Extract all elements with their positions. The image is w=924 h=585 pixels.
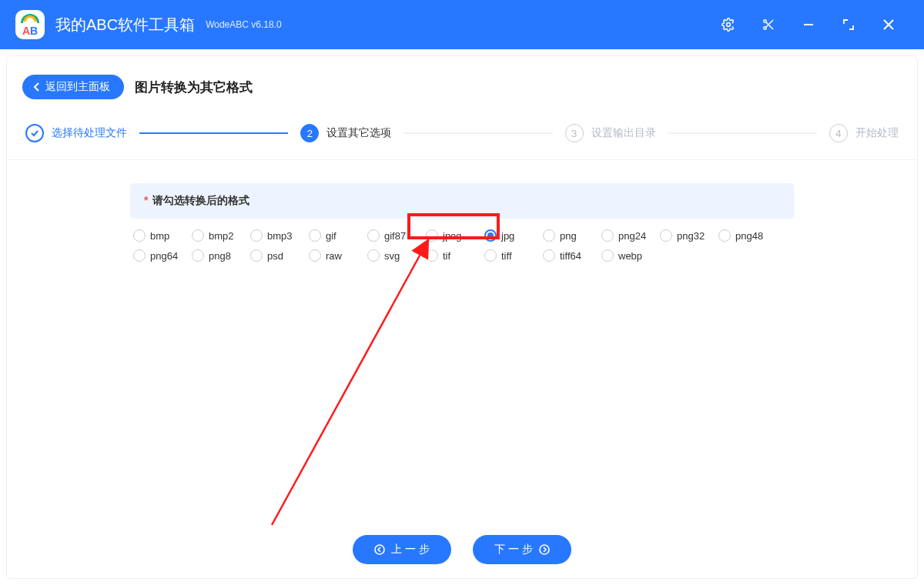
format-radio-label: bmp (150, 230, 169, 242)
svg-point-9 (540, 545, 549, 554)
format-radio-svg[interactable]: svg (367, 249, 426, 262)
radio-icon (426, 249, 438, 262)
scissors-icon[interactable] (748, 0, 788, 49)
format-radio-bmp2[interactable]: bmp2 (192, 229, 250, 242)
format-radio-png48[interactable]: png48 (718, 229, 777, 242)
radio-icon (367, 229, 380, 242)
radio-icon (192, 229, 204, 242)
step-label: 开始处理 (855, 126, 899, 140)
format-radio-label: raw (326, 250, 342, 262)
svg-point-2 (764, 27, 766, 29)
next-button-label: 下 一 步 (494, 543, 533, 557)
format-radio-label: psd (267, 250, 283, 262)
format-radio-png8[interactable]: png8 (192, 249, 250, 262)
back-button-label: 返回到主面板 (45, 80, 110, 94)
maximize-icon[interactable] (829, 0, 869, 49)
titlebar: AB 我的ABC软件工具箱 WodeABC v6.18.0 (0, 0, 924, 49)
radio-icon (426, 229, 438, 242)
radio-icon (718, 229, 731, 242)
format-radio-tiff[interactable]: tiff (484, 249, 543, 262)
svg-point-1 (764, 20, 766, 22)
format-options: bmpbmp2bmp3gifgif87jpegjpgpngpng24png32p… (130, 219, 794, 265)
step-2: 2 设置其它选项 (300, 124, 391, 142)
step-connector (668, 132, 817, 134)
radio-icon (543, 229, 555, 242)
format-radio-png64[interactable]: png64 (133, 249, 192, 262)
next-button[interactable]: 下 一 步 (473, 535, 571, 564)
format-radio-psd[interactable]: psd (250, 249, 309, 262)
page-card: 返回到主面板 图片转换为其它格式 选择待处理文件 2 设置其它选项 3 设置输出… (6, 55, 918, 579)
radio-icon (309, 249, 321, 262)
prev-button[interactable]: 上 一 步 (353, 535, 451, 564)
format-radio-jpeg[interactable]: jpeg (426, 229, 484, 242)
radio-icon (192, 249, 204, 262)
format-radio-label: tif (443, 250, 450, 262)
step-number-icon: 3 (565, 124, 584, 142)
radio-icon (543, 249, 555, 262)
radio-icon (250, 249, 263, 262)
radio-icon (601, 249, 614, 262)
content-area: * 请勾选转换后的格式 bmpbmp2bmp3gifgif87jpegjpgpn… (7, 160, 917, 265)
format-radio-label: bmp3 (267, 230, 293, 242)
radio-icon (484, 229, 497, 242)
format-radio-png32[interactable]: png32 (660, 229, 718, 242)
svg-point-0 (727, 23, 731, 27)
app-logo: AB (15, 10, 45, 39)
format-radio-gif[interactable]: gif (309, 229, 367, 242)
radio-icon (250, 229, 263, 242)
format-radio-webp[interactable]: webp (601, 249, 660, 262)
radio-icon (133, 229, 146, 242)
page-title: 图片转换为其它格式 (135, 79, 253, 96)
app-version: WodeABC v6.18.0 (206, 19, 282, 30)
settings-icon[interactable] (708, 0, 748, 49)
step-1: 选择待处理文件 (25, 124, 127, 142)
format-radio-png24[interactable]: png24 (601, 229, 660, 242)
section-title: 请勾选转换后的格式 (152, 194, 249, 206)
format-radio-label: tiff64 (560, 250, 581, 262)
step-label: 设置输出目录 (591, 126, 656, 140)
prev-button-label: 上 一 步 (391, 543, 430, 557)
minimize-icon[interactable] (788, 0, 829, 49)
step-4: 4 开始处理 (829, 124, 899, 142)
step-3: 3 设置输出目录 (565, 124, 656, 142)
format-radio-label: svg (384, 250, 400, 262)
format-radio-label: tiff (501, 250, 512, 262)
back-button[interactable]: 返回到主面板 (22, 75, 124, 99)
format-radio-label: png24 (618, 230, 646, 242)
app-title: 我的ABC软件工具箱 (55, 15, 195, 35)
check-icon (25, 124, 44, 142)
format-radio-jpg[interactable]: jpg (484, 229, 543, 242)
radio-icon (367, 249, 380, 262)
footer-nav: 上 一 步 下 一 步 (7, 535, 917, 564)
radio-icon (484, 249, 497, 262)
format-radio-png[interactable]: png (543, 229, 601, 242)
format-radio-label: png8 (209, 250, 231, 262)
section-header: * 请勾选转换后的格式 (130, 183, 794, 219)
format-radio-tif[interactable]: tif (426, 249, 484, 262)
radio-icon (660, 229, 672, 242)
close-icon[interactable] (869, 0, 909, 49)
step-number-icon: 4 (829, 124, 848, 142)
window-controls (708, 0, 909, 49)
format-radio-label: webp (618, 250, 642, 262)
stepper: 选择待处理文件 2 设置其它选项 3 设置输出目录 4 开始处理 (7, 113, 917, 160)
step-label: 设置其它选项 (326, 126, 391, 140)
radio-icon (133, 249, 146, 262)
format-radio-bmp[interactable]: bmp (133, 229, 192, 242)
format-radio-bmp3[interactable]: bmp3 (250, 229, 309, 242)
format-radio-label: png32 (677, 230, 705, 242)
format-radio-raw[interactable]: raw (309, 249, 367, 262)
step-connector (403, 132, 552, 134)
radio-icon (601, 229, 614, 242)
step-label: 选择待处理文件 (52, 126, 127, 140)
step-number-icon: 2 (300, 124, 319, 142)
format-radio-label: png (560, 230, 577, 242)
required-indicator: * (144, 194, 148, 206)
format-radio-label: jpeg (443, 230, 462, 242)
format-radio-label: bmp2 (209, 230, 234, 242)
format-radio-label: jpg (501, 230, 514, 242)
format-radio-tiff64[interactable]: tiff64 (543, 249, 601, 262)
format-radio-label: gif87 (384, 230, 406, 242)
format-radio-gif87[interactable]: gif87 (367, 229, 426, 242)
format-radio-label: png64 (150, 250, 178, 262)
